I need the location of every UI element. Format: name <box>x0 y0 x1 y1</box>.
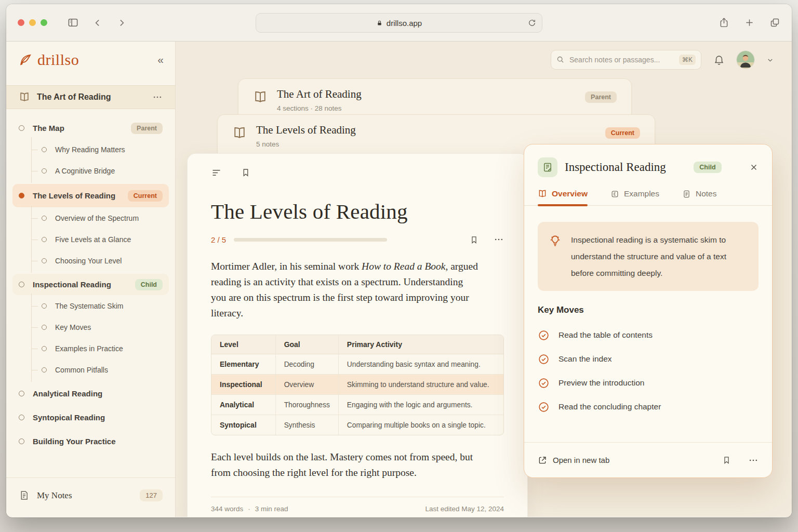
card-meta: 4 sections · 28 notes <box>277 104 362 112</box>
tab-label: Notes <box>696 189 717 198</box>
outline-icon[interactable] <box>211 167 222 178</box>
key-move-item[interactable]: Read the table of contents <box>538 323 759 347</box>
search-input[interactable] <box>569 56 674 64</box>
open-in-new-tab-button[interactable]: Open in new tab <box>538 456 609 465</box>
bookmark-icon[interactable] <box>722 455 731 465</box>
sidebar-item-the-map[interactable]: The MapParent <box>12 117 169 139</box>
tree-item-label: The Levels of Reading <box>33 191 115 200</box>
url-text: drillso.app <box>387 19 422 28</box>
forward-icon[interactable] <box>116 18 127 28</box>
close-icon[interactable] <box>749 163 759 172</box>
table-cell: Synthesis <box>276 415 339 435</box>
tree-bullet-icon <box>42 303 47 309</box>
search-input-wrapper[interactable]: ⌘K <box>551 50 701 70</box>
external-link-icon <box>538 456 547 465</box>
sidebar-collapse-icon[interactable]: « <box>157 54 163 66</box>
chevron-down-icon[interactable] <box>766 56 774 64</box>
tree-bullet-icon <box>19 438 24 444</box>
tree-bullet-icon <box>19 193 24 198</box>
bookmark-icon[interactable] <box>470 235 478 245</box>
tree-item-label: Syntopical Reading <box>33 413 105 422</box>
sidebar-item-examples-in-practice[interactable]: Examples in Practice <box>12 338 169 359</box>
table-row-analytical: AnalyticalThoroughnessEngaging with the … <box>211 395 503 415</box>
key-move-item[interactable]: Preview the introduction <box>538 371 759 395</box>
popover-footer: Open in new tab <box>524 442 772 477</box>
sidebar-item-choosing-your-level[interactable]: Choosing Your Level <box>12 250 169 271</box>
table-row-elementary: ElementaryDecodingUnderstanding basic sy… <box>211 354 503 375</box>
sidebar-book-header[interactable]: The Art of Reading <box>6 85 175 109</box>
table-cell: Inspectional <box>211 375 276 395</box>
close-window-button[interactable] <box>18 19 24 26</box>
key-move-item[interactable]: Scan the index <box>538 347 759 371</box>
parent-badge: Parent <box>585 91 617 103</box>
key-move-item[interactable]: Read the concluding chapter <box>538 395 759 419</box>
book-more-options-icon[interactable] <box>152 92 163 102</box>
child-badge: Child <box>135 279 163 290</box>
current-badge: Current <box>605 127 640 139</box>
sidebar-item-five-levels-at-a-glance[interactable]: Five Levels at a Glance <box>12 229 169 250</box>
sidebar-item-analytical-reading[interactable]: Analytical Reading <box>12 383 169 404</box>
table-cell: Comparing multiple books on a single top… <box>339 415 503 435</box>
sidebar-item-why-reading-matters[interactable]: Why Reading Matters <box>12 139 169 160</box>
share-icon[interactable] <box>719 17 729 28</box>
notifications-bell-icon[interactable] <box>713 54 725 65</box>
address-bar[interactable]: drillso.app <box>256 13 542 33</box>
tree-item-label: Building Your Practice <box>33 437 115 446</box>
sidebar-item-overview-of-the-spectrum[interactable]: Overview of the Spectrum <box>12 207 169 229</box>
feather-logo-icon <box>19 53 32 66</box>
tree-bullet-icon <box>19 415 24 420</box>
table-header-activity: Primary Activity <box>339 335 503 354</box>
article-toolbar <box>211 167 504 178</box>
bookmark-icon[interactable] <box>241 167 250 178</box>
table-cell: Analytical <box>211 395 276 415</box>
sidebar-item-the-systematic-skim[interactable]: The Systematic Skim <box>12 295 169 316</box>
tab-overview-icon[interactable] <box>769 17 780 28</box>
tree-bullet-icon <box>19 125 24 131</box>
article-panel: The Levels of Reading 2 / 5 <box>187 153 528 517</box>
sidebar-item-common-pitfalls[interactable]: Common Pitfalls <box>12 359 169 380</box>
tab-examples[interactable]: Examples <box>610 189 659 205</box>
more-options-icon[interactable] <box>494 234 504 245</box>
article-paragraph-1: Mortimer Adler, in his seminal work How … <box>211 259 480 321</box>
callout-text: Inspectional reading is a systematic ski… <box>571 232 748 281</box>
sidebar-footer-my-notes[interactable]: My Notes 127 <box>6 477 175 517</box>
parent-badge: Parent <box>131 123 163 134</box>
last-edited: Last edited May 12, 2024 <box>425 505 504 513</box>
minimize-window-button[interactable] <box>29 19 36 26</box>
table-row-inspectional: InspectionalOverviewSkimming to understa… <box>211 375 503 395</box>
table-row-syntopical: SyntopicalSynthesisComparing multiple bo… <box>211 415 503 435</box>
sidebar-nav-tree: The MapParentWhy Reading MattersA Cognit… <box>6 109 175 452</box>
tree-item-label: Key Moves <box>55 323 91 331</box>
sidebar-item-a-cognitive-bridge[interactable]: A Cognitive Bridge <box>12 160 169 181</box>
tree-bullet-icon <box>42 346 47 351</box>
tree-bullet-icon <box>42 325 47 330</box>
more-options-icon[interactable] <box>748 455 759 466</box>
sidebar-item-key-moves[interactable]: Key Moves <box>12 316 169 338</box>
sidebar-item-inspectional-reading[interactable]: Inspectional ReadingChild <box>12 274 169 295</box>
back-icon[interactable] <box>92 18 103 28</box>
open-in-new-tab-label: Open in new tab <box>553 456 609 464</box>
tab-notes[interactable]: Notes <box>682 189 717 205</box>
progress-bar <box>234 238 387 242</box>
topbar: ⌘K <box>551 50 774 70</box>
tree-item-label: Overview of the Spectrum <box>55 214 139 222</box>
tree-bullet-icon <box>42 168 47 174</box>
new-tab-icon[interactable] <box>744 17 755 28</box>
book-title: The Art of Reading <box>37 92 111 102</box>
tab-label: Overview <box>552 189 588 198</box>
card-title: The Art of Reading <box>277 88 362 101</box>
zoom-window-button[interactable] <box>41 19 47 26</box>
browser-sidebar-toggle-icon[interactable] <box>67 17 79 29</box>
sidebar-item-syntopical-reading[interactable]: Syntopical Reading <box>12 407 169 428</box>
sidebar-item-the-levels-of-reading[interactable]: The Levels of ReadingCurrent <box>12 184 169 207</box>
popover-body: Inspectional reading is a systematic ski… <box>524 206 772 442</box>
table-cell: Syntopical <box>211 415 276 435</box>
check-circle-icon <box>538 401 550 413</box>
my-notes-count-badge: 127 <box>140 489 163 501</box>
reload-icon[interactable] <box>528 19 536 27</box>
table-cell: Engaging with the logic and arguments. <box>339 395 503 415</box>
tab-overview[interactable]: Overview <box>538 189 588 205</box>
sidebar-item-building-your-practice[interactable]: Building Your Practice <box>12 431 169 452</box>
user-avatar[interactable] <box>737 51 754 69</box>
key-move-label: Read the table of contents <box>558 330 653 340</box>
